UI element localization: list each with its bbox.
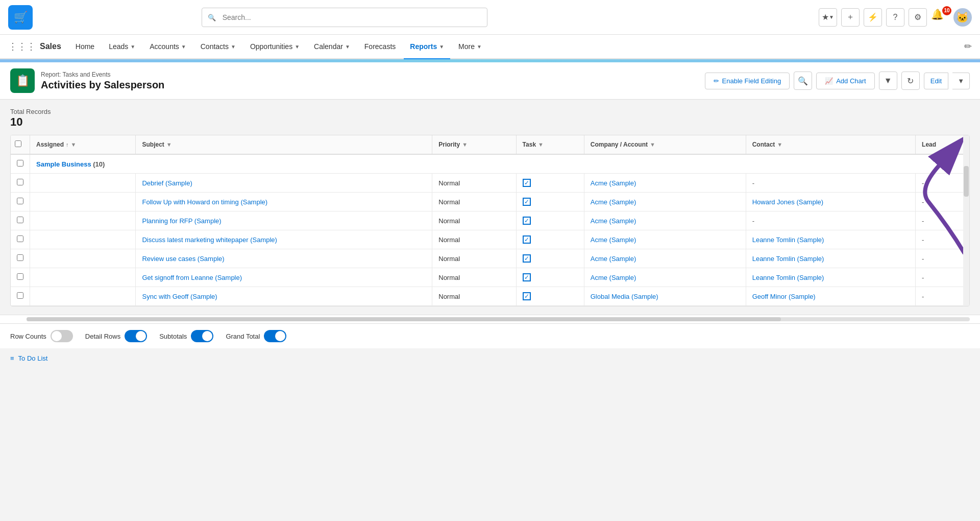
row-checkbox[interactable]: [17, 217, 23, 223]
filter-button[interactable]: ▼: [879, 72, 897, 90]
footer[interactable]: ≡ To Do List: [0, 348, 980, 368]
add-button[interactable]: ＋: [841, 8, 860, 27]
group-label[interactable]: Sample Business: [36, 160, 91, 168]
company-cell: Global Media (Sample): [584, 287, 746, 306]
help-icon[interactable]: ?: [886, 8, 904, 27]
app-logo[interactable]: 🛒: [8, 5, 33, 30]
task-filter-icon[interactable]: ▼: [538, 141, 544, 148]
settings-icon[interactable]: ⚙: [909, 8, 927, 27]
company-link[interactable]: Acme (Sample): [591, 236, 636, 244]
grand-total-label: Grand Total: [226, 333, 260, 340]
row-checkbox-cell[interactable]: [11, 230, 30, 249]
content-area: Total Records 10: [0, 100, 980, 315]
contact-link[interactable]: Leanne Tomlin (Sample): [752, 274, 824, 281]
nav-item-opportunities[interactable]: Opportunities ▼: [244, 35, 306, 59]
nav-edit-icon[interactable]: ✏: [964, 41, 972, 52]
nav-item-home[interactable]: Home: [69, 35, 101, 59]
detail-rows-toggle[interactable]: [125, 330, 147, 342]
favorites-button[interactable]: ★ ▼: [819, 8, 837, 27]
records-label: Total Records: [10, 108, 970, 115]
subject-link[interactable]: Get signoff from Leanne (Sample): [142, 274, 242, 281]
subject-link[interactable]: Discuss latest marketing whitepaper (Sam…: [142, 236, 277, 244]
nav-item-leads[interactable]: Leads ▼: [103, 35, 141, 59]
search-button[interactable]: 🔍: [794, 72, 812, 90]
nav-item-contacts[interactable]: Contacts ▼: [194, 35, 242, 59]
company-header[interactable]: Company / Account ▼: [584, 135, 746, 154]
h-scrollbar-track[interactable]: [27, 317, 970, 321]
enable-field-editing-button[interactable]: ✏ Enable Field Editing: [705, 73, 790, 89]
subject-cell: Discuss latest marketing whitepaper (Sam…: [136, 230, 432, 249]
group-checkbox[interactable]: [17, 160, 23, 167]
task-checked-icon: ✓: [523, 273, 531, 281]
avatar[interactable]: 🐱: [953, 8, 972, 27]
edit-dropdown-button[interactable]: ▼: [952, 73, 970, 89]
subject-link[interactable]: Review use cases (Sample): [142, 255, 224, 263]
priority-filter-icon[interactable]: ▼: [462, 141, 468, 148]
scrollbar-thumb[interactable]: [964, 166, 969, 197]
company-link[interactable]: Acme (Sample): [591, 198, 636, 206]
nav-item-reports[interactable]: Reports ▼: [404, 35, 450, 59]
lead-cell: -: [916, 211, 969, 230]
contact-filter-icon[interactable]: ▼: [777, 141, 782, 148]
search-input[interactable]: [202, 8, 487, 27]
row-checkbox-cell[interactable]: [11, 174, 30, 193]
row-checkbox[interactable]: [17, 292, 23, 299]
contact-cell: Howard Jones (Sample): [746, 193, 915, 211]
company-link[interactable]: Acme (Sample): [591, 255, 636, 263]
row-checkbox[interactable]: [17, 179, 23, 185]
refresh-button[interactable]: ↻: [901, 72, 920, 90]
contact-link[interactable]: Howard Jones (Sample): [752, 198, 823, 206]
company-link[interactable]: Acme (Sample): [591, 274, 636, 281]
nav-item-forecasts[interactable]: Forecasts: [358, 35, 402, 59]
subject-header[interactable]: Subject ▼: [136, 135, 432, 154]
group-checkbox-cell[interactable]: [11, 154, 30, 174]
nav-item-calendar[interactable]: Calendar ▼: [308, 35, 356, 59]
row-checkbox[interactable]: [17, 235, 23, 242]
company-link[interactable]: Acme (Sample): [591, 179, 636, 187]
scrollbar-track[interactable]: [963, 135, 969, 306]
report-icon: 📋: [10, 68, 35, 93]
contact-header[interactable]: Contact ▼: [746, 135, 915, 154]
row-counts-toggle[interactable]: [51, 330, 73, 342]
subject-link[interactable]: Sync with Geoff (Sample): [142, 293, 217, 300]
table-row: Debrief (Sample) Normal ✓ Acme (Sample) …: [11, 174, 969, 193]
row-checkbox-cell[interactable]: [11, 287, 30, 306]
task-header[interactable]: Task ▼: [516, 135, 584, 154]
table-row: Sync with Geoff (Sample) Normal ✓ Global…: [11, 287, 969, 306]
company-link[interactable]: Global Media (Sample): [591, 293, 658, 300]
select-all-checkbox[interactable]: [15, 140, 21, 147]
subject-filter-icon[interactable]: ▼: [166, 141, 172, 148]
subject-cell: Sync with Geoff (Sample): [136, 287, 432, 306]
h-scrollbar-thumb[interactable]: [27, 317, 781, 321]
row-checkbox[interactable]: [17, 254, 23, 261]
grand-total-toggle-group: Grand Total: [226, 330, 286, 342]
edit-button[interactable]: Edit: [924, 73, 948, 89]
row-checkbox-cell[interactable]: [11, 211, 30, 230]
subject-link[interactable]: Follow Up with Howard on timing (Sample): [142, 198, 267, 206]
contact-link[interactable]: Leanne Tomlin (Sample): [752, 236, 824, 244]
contact-link[interactable]: Leanne Tomlin (Sample): [752, 255, 824, 263]
company-cell: Acme (Sample): [584, 268, 746, 287]
notifications-button[interactable]: 🔔 10: [931, 8, 949, 27]
add-chart-button[interactable]: 📈 Add Chart: [816, 73, 875, 89]
lightning-icon[interactable]: ⚡: [864, 8, 882, 27]
company-filter-icon[interactable]: ▼: [650, 141, 655, 148]
nav-item-accounts[interactable]: Accounts ▼: [143, 35, 192, 59]
more-chevron: ▼: [477, 44, 482, 50]
row-checkbox-cell[interactable]: [11, 193, 30, 211]
priority-header[interactable]: Priority ▼: [432, 135, 516, 154]
nav-item-more[interactable]: More ▼: [452, 35, 488, 59]
subject-link[interactable]: Planning for RFP (Sample): [142, 217, 221, 225]
row-checkbox[interactable]: [17, 198, 23, 204]
assigned-filter-icon[interactable]: ▼: [71, 141, 77, 148]
row-checkbox[interactable]: [17, 273, 23, 280]
contact-link[interactable]: Geoff Minor (Sample): [752, 293, 816, 300]
select-all-header[interactable]: [11, 135, 30, 154]
subtotals-toggle[interactable]: [191, 330, 213, 342]
company-link[interactable]: Acme (Sample): [591, 217, 636, 225]
row-checkbox-cell[interactable]: [11, 249, 30, 268]
row-checkbox-cell[interactable]: [11, 268, 30, 287]
grand-total-toggle[interactable]: [264, 330, 286, 342]
assigned-header[interactable]: Assigned ↑ ▼: [30, 135, 136, 154]
subject-link[interactable]: Debrief (Sample): [142, 179, 192, 187]
